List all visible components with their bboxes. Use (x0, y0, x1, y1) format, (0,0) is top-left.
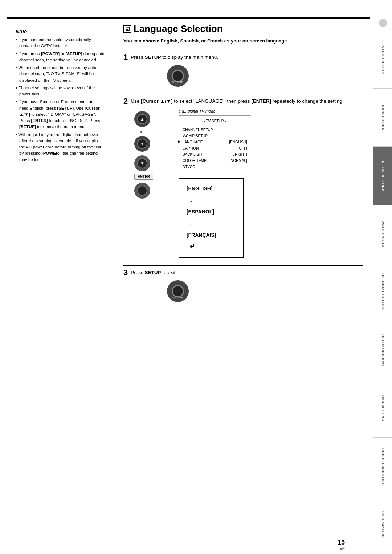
cursor-down-btn: ▼ (134, 136, 150, 152)
sidebar-section-watching-tv: WATCHING TV (373, 205, 392, 263)
page-number: 15 (338, 539, 345, 546)
sidebar-section-troubleshooting: TROUBLESHOOTING (373, 438, 392, 496)
divider-2 (123, 94, 363, 94)
note-item-2: If you press [POWER] or [SETUP] during a… (16, 51, 106, 64)
lang-english: [ENGLISH] (187, 186, 213, 191)
page-lang: EN (338, 546, 345, 550)
setup-button-label-1: SETUP (172, 81, 184, 84)
cursor-down-inner2: ▼ (137, 158, 147, 168)
sidebar-section-connection: CONNECTION (373, 89, 392, 147)
cursor-up-btn: ▲ (134, 111, 150, 127)
tv-menu-area: e.g.) digital TV mode - TV SETUP - CHANN… (164, 109, 363, 258)
setup-button-inner-3 (172, 285, 184, 297)
tv-menu-row-1: CHANNEL SETUP (183, 127, 247, 133)
step-2-number: 2 (123, 97, 128, 105)
lang-francais: [FRANÇAIS] (187, 232, 216, 238)
setup-button-icon-1: SETUP (167, 65, 189, 87)
setup-button-icon-3: SETUP (167, 280, 189, 302)
enter-btn-inner (137, 186, 147, 196)
tv-menu-row-language: LANGUAGE[ENGLISH] (183, 139, 247, 145)
enter-btn (134, 183, 150, 199)
eg-label: e.g.) digital TV mode (179, 109, 363, 113)
note-item-6: With regard only to the digital channel,… (16, 132, 106, 163)
tv-menu-title: - TV SETUP - (183, 118, 247, 125)
enter-label: ENTER (134, 174, 153, 180)
language-selection-box: [ENGLISH] ↓ [ESPAÑOL] ↓ [FRANÇAIS] ↵ (179, 178, 244, 258)
sidebar-section-optional-setting: OPTIONAL SETTING (373, 263, 392, 321)
page-subtitle: You can choose English, Spanish, or Fren… (123, 38, 363, 44)
cursor-up-inner: ▲ (137, 114, 147, 124)
note-item-3: When no channel can be received by auto … (16, 65, 106, 83)
sidebar-section-operating-dvd: OPERATING DVD (373, 321, 392, 379)
left-panel: Note: If you connect the cable system di… (7, 17, 116, 554)
cursor-down-btn2: ▼ (134, 155, 150, 171)
note-item-4: Channel settings will be saved even if t… (16, 85, 106, 98)
main-content: Note: If you connect the cable system di… (7, 17, 370, 554)
step-3-number: 3 (123, 269, 128, 277)
step-1-text: Press SETUP to display the main menu. (131, 54, 218, 61)
page-title-text: Language Selection (134, 23, 223, 34)
note-content: If you connect the cable system directly… (16, 37, 106, 163)
step-1-number: 1 (123, 53, 128, 61)
tv-menu-row-2: V-CHIP SETUP (183, 133, 247, 139)
sidebar-sections: INTRODUCTION CONNECTION INITIAL SETTING … (373, 30, 392, 554)
note-item-1: If you connect the cable system directly… (16, 37, 106, 49)
note-box: Note: If you connect the cable system di… (11, 25, 110, 168)
lang-arrow-1: ↓ (189, 194, 236, 207)
divider-3 (123, 265, 363, 266)
tv-menu-box: - TV SETUP - CHANNEL SETUP V-CHIP SETUP … (179, 115, 251, 172)
tv-menu-row-dtvcc: DTVCC (183, 164, 247, 170)
tv-menu-row-colortemp: COLOR TEMP.[NORMAL] (183, 158, 247, 164)
sidebar-section-dvd-setting: DVD SETTING (373, 379, 392, 437)
cursor-down-inner: ▼ (137, 139, 147, 149)
tv-menu-row-backlight: BACK LIGHT[BRIGHT] (183, 151, 247, 158)
step-2-header: 2 Use [Cursor ▲/▼] to select "LANGUAGE",… (123, 98, 363, 105)
sidebar-section-information: INFORMATION (373, 496, 392, 554)
note-item-5: If you have Spanish or French menus and … (16, 99, 106, 130)
page-title: ☑ Language Selection (123, 23, 363, 34)
sidebar-circle (379, 19, 387, 27)
lang-espanol: [ESPAÑOL] (187, 209, 214, 215)
step-2-content: ▲ or ▼ ▼ ENTER (134, 109, 363, 258)
right-panel: ☑ Language Selection You can choose Engl… (116, 17, 370, 554)
divider-1 (123, 50, 363, 50)
step-1: 1 Press SETUP to display the main menu. … (123, 54, 363, 87)
step-2: 2 Use [Cursor ▲/▼] to select "LANGUAGE",… (123, 98, 363, 258)
setup-button-label-3: SETUP (172, 296, 184, 299)
sidebar-section-initial-setting: INITIAL SETTING (373, 147, 392, 205)
or-label: or (139, 129, 142, 134)
lang-arrow-2: ↓ (189, 217, 236, 230)
setup-button-inner-1 (172, 70, 184, 82)
cursor-controls: ▲ or ▼ ▼ ENTER (134, 111, 153, 258)
lang-arrow-3: ↵ (189, 240, 236, 253)
checkbox-icon: ☑ (123, 25, 131, 33)
right-sidebar: INTRODUCTION CONNECTION INITIAL SETTING … (373, 0, 392, 554)
step-1-header: 1 Press SETUP to display the main menu. (123, 54, 363, 61)
sidebar-section-introduction: INTRODUCTION (373, 30, 392, 89)
step-3-text: Press SETUP to exit. (131, 269, 177, 276)
step-2-text: Use [Cursor ▲/▼] to select "LANGUAGE", t… (131, 98, 343, 105)
step-3: 3 Press SETUP to exit. SETUP (123, 269, 363, 302)
tv-menu-row-caption: CAPTION[OFF] (183, 145, 247, 151)
page-number-area: 15 EN (338, 539, 345, 550)
step-3-header: 3 Press SETUP to exit. (123, 269, 363, 277)
note-title: Note: (16, 29, 106, 34)
